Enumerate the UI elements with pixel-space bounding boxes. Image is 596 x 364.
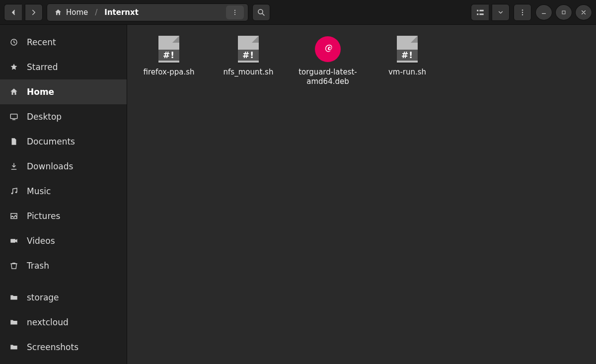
sidebar-item-nextcloud[interactable]: nextcloud [0, 310, 127, 335]
sidebar-item-pictures[interactable]: Pictures [0, 204, 127, 228]
file-item[interactable]: torguard-latest-amd64.deb [298, 35, 358, 86]
sidebar-item-recent[interactable]: Recent [0, 30, 127, 55]
sidebar-item-downloads[interactable]: Downloads [0, 154, 127, 179]
hamburger-menu-button[interactable] [514, 4, 531, 21]
forward-button[interactable] [25, 4, 43, 21]
picture-icon [9, 211, 19, 221]
shell-script-icon: #! [235, 35, 261, 64]
home-icon [53, 7, 63, 17]
debian-package-icon [315, 35, 341, 64]
breadcrumb-home[interactable]: Home [51, 7, 90, 17]
svg-point-1 [234, 11, 235, 12]
headerbar: Home / Internxt [0, 0, 596, 25]
file-label: nfs_mount.sh [224, 68, 274, 77]
sidebar-item-label: Desktop [27, 112, 62, 122]
folder-icon [9, 292, 19, 302]
trash-icon [9, 261, 19, 271]
nav-buttons [4, 4, 43, 21]
arrow-left-icon [8, 7, 18, 17]
sidebar-item-label: Pictures [27, 211, 60, 221]
download-icon [9, 161, 19, 171]
sidebar-item-label: Music [27, 186, 51, 196]
sidebar-item-trash[interactable]: Trash [0, 253, 127, 278]
back-button[interactable] [4, 4, 22, 21]
desktop-icon [9, 112, 19, 122]
document-icon [9, 137, 19, 146]
star-icon [9, 62, 19, 72]
svg-point-9 [522, 9, 523, 10]
svg-rect-21 [10, 239, 15, 243]
close-icon [579, 7, 589, 17]
maximize-icon [559, 7, 569, 17]
kebab-icon [230, 7, 240, 17]
svg-rect-20 [11, 214, 17, 219]
svg-line-4 [262, 13, 264, 15]
svg-point-2 [234, 14, 235, 15]
minimize-button[interactable] [535, 4, 552, 20]
sidebar-item-documents[interactable]: Documents [0, 129, 127, 154]
file-label: torguard-latest-amd64.deb [298, 68, 358, 86]
breadcrumb-separator: / [94, 8, 98, 17]
svg-point-18 [11, 193, 13, 194]
sidebar-item-storage[interactable]: storage [0, 285, 127, 310]
sidebar-item-label: Documents [27, 137, 75, 146]
svg-rect-6 [477, 13, 478, 15]
sidebar-item-label: Screenshots [27, 342, 78, 352]
svg-point-11 [522, 14, 523, 15]
close-button[interactable] [575, 4, 592, 20]
window-controls [535, 4, 592, 20]
sidebar-item-label: Starred [27, 62, 58, 72]
folder-icon [9, 317, 19, 327]
sidebar: Recent Starred Home Desktop [0, 25, 127, 364]
search-icon [256, 7, 266, 17]
svg-rect-7 [479, 9, 483, 11]
sidebar-item-starred[interactable]: Starred [0, 55, 127, 79]
files-view[interactable]: #! firefox-ppa.sh #! nfs_mount.sh torgua… [127, 25, 596, 364]
sidebar-item-videos[interactable]: Videos [0, 228, 127, 253]
file-item[interactable]: #! firefox-ppa.sh [139, 35, 199, 86]
search-button[interactable] [252, 4, 270, 21]
view-dropdown-button[interactable] [492, 4, 510, 21]
breadcrumb-current[interactable]: Internxt [102, 8, 141, 17]
sidebar-divider [0, 278, 127, 285]
sidebar-item-label: Trash [27, 261, 49, 271]
shell-script-icon: #! [156, 35, 182, 64]
svg-rect-13 [562, 11, 565, 14]
svg-point-0 [234, 9, 235, 10]
sidebar-item-label: nextcloud [27, 317, 69, 327]
sidebar-item-label: Downloads [27, 161, 73, 171]
sidebar-item-label: storage [27, 292, 59, 302]
file-item[interactable]: #! nfs_mount.sh [219, 35, 278, 86]
file-manager-window: Home / Internxt [0, 0, 596, 364]
svg-rect-8 [479, 13, 483, 15]
file-label: firefox-ppa.sh [143, 68, 194, 77]
sidebar-item-music[interactable]: Music [0, 179, 127, 204]
list-icon [475, 7, 485, 17]
sidebar-item-label: Videos [27, 236, 55, 246]
breadcrumb-current-label: Internxt [104, 8, 139, 17]
music-icon [9, 186, 19, 196]
svg-rect-15 [10, 114, 17, 119]
svg-rect-5 [477, 9, 478, 11]
svg-point-19 [15, 192, 17, 193]
maximize-button[interactable] [555, 4, 572, 20]
minimize-icon [539, 7, 549, 17]
path-menu-button[interactable] [226, 5, 244, 19]
file-label: vm-run.sh [388, 68, 426, 77]
chevron-down-icon [496, 7, 506, 17]
file-item[interactable]: #! vm-run.sh [377, 35, 437, 86]
sidebar-item-label: Recent [27, 37, 56, 47]
view-controls [471, 4, 510, 21]
home-icon [9, 87, 19, 97]
sidebar-item-screenshots[interactable]: Screenshots [0, 335, 127, 360]
svg-point-10 [522, 11, 523, 12]
view-mode-button[interactable] [471, 4, 489, 21]
svg-point-14 [11, 39, 17, 45]
sidebar-item-desktop[interactable]: Desktop [0, 104, 127, 129]
breadcrumb-home-label: Home [66, 8, 88, 17]
sidebar-item-label: Home [27, 87, 54, 97]
body: Recent Starred Home Desktop [0, 25, 596, 364]
path-bar[interactable]: Home / Internxt [47, 3, 248, 21]
svg-point-3 [258, 9, 263, 14]
sidebar-item-home[interactable]: Home [0, 79, 127, 104]
